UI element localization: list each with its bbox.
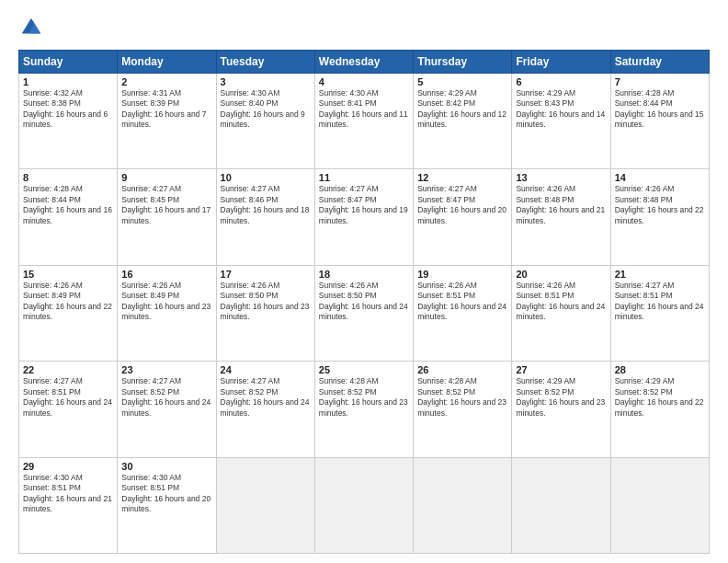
day-cell: 25Sunrise: 4:28 AMSunset: 8:52 PMDayligh…	[314, 362, 413, 457]
day-cell: 24Sunrise: 4:27 AMSunset: 8:52 PMDayligh…	[216, 362, 314, 457]
day-info: Sunrise: 4:28 AMSunset: 8:52 PMDaylight:…	[319, 376, 409, 419]
logo-icon	[18, 15, 44, 40]
day-number: 24	[221, 364, 311, 375]
week-row-5: 29Sunrise: 4:30 AMSunset: 8:51 PMDayligh…	[19, 457, 710, 553]
day-number: 16	[121, 269, 211, 280]
day-number: 1	[23, 76, 113, 87]
day-info: Sunrise: 4:28 AMSunset: 8:44 PMDaylight:…	[23, 184, 113, 226]
day-number: 15	[23, 269, 113, 280]
day-info: Sunrise: 4:29 AMSunset: 8:52 PMDaylight:…	[615, 376, 705, 419]
day-info: Sunrise: 4:26 AMSunset: 8:48 PMDaylight:…	[516, 184, 606, 226]
day-number: 28	[615, 364, 705, 375]
day-info: Sunrise: 4:27 AMSunset: 8:47 PMDaylight:…	[319, 184, 409, 226]
page: SundayMondayTuesdayWednesdayThursdayFrid…	[0, 0, 728, 563]
day-cell: 3Sunrise: 4:30 AMSunset: 8:40 PMDaylight…	[216, 74, 314, 169]
day-cell: 5Sunrise: 4:29 AMSunset: 8:42 PMDaylight…	[414, 74, 512, 169]
day-info: Sunrise: 4:27 AMSunset: 8:51 PMDaylight:…	[615, 281, 705, 323]
day-number: 10	[221, 172, 311, 183]
col-header-sunday: Sunday	[19, 51, 118, 74]
day-cell: 2Sunrise: 4:31 AMSunset: 8:39 PMDaylight…	[118, 74, 216, 169]
day-cell: 26Sunrise: 4:28 AMSunset: 8:52 PMDayligh…	[414, 362, 512, 457]
day-cell: 16Sunrise: 4:26 AMSunset: 8:49 PMDayligh…	[118, 265, 216, 361]
day-cell: 27Sunrise: 4:29 AMSunset: 8:52 PMDayligh…	[512, 362, 610, 457]
day-number: 27	[516, 364, 606, 375]
day-info: Sunrise: 4:31 AMSunset: 8:39 PMDaylight:…	[121, 88, 211, 131]
day-info: Sunrise: 4:26 AMSunset: 8:51 PMDaylight:…	[516, 281, 606, 323]
day-cell: 21Sunrise: 4:27 AMSunset: 8:51 PMDayligh…	[610, 265, 709, 361]
day-info: Sunrise: 4:30 AMSunset: 8:40 PMDaylight:…	[221, 88, 311, 131]
header	[18, 15, 710, 40]
day-info: Sunrise: 4:30 AMSunset: 8:51 PMDaylight:…	[121, 473, 211, 515]
day-cell: 15Sunrise: 4:26 AMSunset: 8:49 PMDayligh…	[19, 265, 118, 361]
day-number: 7	[615, 76, 705, 87]
day-info: Sunrise: 4:26 AMSunset: 8:50 PMDaylight:…	[221, 281, 311, 323]
day-cell: 6Sunrise: 4:29 AMSunset: 8:43 PMDaylight…	[512, 74, 610, 169]
day-number: 2	[121, 76, 211, 87]
day-info: Sunrise: 4:27 AMSunset: 8:51 PMDaylight:…	[23, 376, 113, 419]
week-row-2: 8Sunrise: 4:28 AMSunset: 8:44 PMDaylight…	[19, 169, 710, 265]
day-info: Sunrise: 4:27 AMSunset: 8:52 PMDaylight:…	[121, 376, 211, 419]
col-header-friday: Friday	[512, 51, 610, 74]
week-row-4: 22Sunrise: 4:27 AMSunset: 8:51 PMDayligh…	[19, 362, 710, 457]
day-number: 18	[319, 269, 409, 280]
day-cell: 19Sunrise: 4:26 AMSunset: 8:51 PMDayligh…	[414, 265, 512, 361]
week-row-1: 1Sunrise: 4:32 AMSunset: 8:38 PMDaylight…	[19, 74, 710, 169]
week-row-3: 15Sunrise: 4:26 AMSunset: 8:49 PMDayligh…	[19, 265, 710, 361]
day-cell: 1Sunrise: 4:32 AMSunset: 8:38 PMDaylight…	[19, 74, 118, 169]
day-cell: 10Sunrise: 4:27 AMSunset: 8:46 PMDayligh…	[216, 169, 314, 265]
day-cell	[512, 457, 610, 553]
day-info: Sunrise: 4:29 AMSunset: 8:52 PMDaylight:…	[516, 376, 606, 419]
day-number: 22	[23, 364, 113, 375]
day-info: Sunrise: 4:29 AMSunset: 8:43 PMDaylight:…	[516, 88, 606, 131]
day-cell: 12Sunrise: 4:27 AMSunset: 8:47 PMDayligh…	[414, 169, 512, 265]
day-number: 23	[121, 364, 211, 375]
day-number: 12	[417, 172, 507, 183]
day-cell: 14Sunrise: 4:26 AMSunset: 8:48 PMDayligh…	[610, 169, 709, 265]
day-info: Sunrise: 4:27 AMSunset: 8:45 PMDaylight:…	[121, 184, 211, 226]
day-cell: 28Sunrise: 4:29 AMSunset: 8:52 PMDayligh…	[610, 362, 709, 457]
day-number: 13	[516, 172, 606, 183]
day-number: 3	[221, 76, 311, 87]
day-number: 30	[121, 461, 211, 472]
day-info: Sunrise: 4:29 AMSunset: 8:42 PMDaylight:…	[417, 88, 507, 131]
day-info: Sunrise: 4:28 AMSunset: 8:44 PMDaylight:…	[615, 88, 705, 131]
day-info: Sunrise: 4:32 AMSunset: 8:38 PMDaylight:…	[23, 88, 113, 131]
col-header-saturday: Saturday	[610, 51, 709, 74]
day-number: 17	[221, 269, 311, 280]
day-cell: 18Sunrise: 4:26 AMSunset: 8:50 PMDayligh…	[314, 265, 413, 361]
day-number: 9	[121, 172, 211, 183]
day-info: Sunrise: 4:27 AMSunset: 8:47 PMDaylight:…	[417, 184, 507, 226]
logo	[18, 15, 48, 40]
day-number: 14	[615, 172, 705, 183]
day-number: 6	[516, 76, 606, 87]
col-header-thursday: Thursday	[414, 51, 512, 74]
day-cell	[216, 457, 314, 553]
day-cell: 17Sunrise: 4:26 AMSunset: 8:50 PMDayligh…	[216, 265, 314, 361]
day-number: 29	[23, 461, 113, 472]
day-info: Sunrise: 4:26 AMSunset: 8:50 PMDaylight:…	[319, 281, 409, 323]
day-number: 26	[417, 364, 507, 375]
day-cell: 11Sunrise: 4:27 AMSunset: 8:47 PMDayligh…	[314, 169, 413, 265]
day-info: Sunrise: 4:26 AMSunset: 8:49 PMDaylight:…	[23, 281, 113, 323]
day-cell	[314, 457, 413, 553]
day-cell: 23Sunrise: 4:27 AMSunset: 8:52 PMDayligh…	[118, 362, 216, 457]
day-info: Sunrise: 4:26 AMSunset: 8:51 PMDaylight:…	[417, 281, 507, 323]
day-cell: 30Sunrise: 4:30 AMSunset: 8:51 PMDayligh…	[118, 457, 216, 553]
day-cell: 13Sunrise: 4:26 AMSunset: 8:48 PMDayligh…	[512, 169, 610, 265]
day-info: Sunrise: 4:30 AMSunset: 8:51 PMDaylight:…	[23, 473, 113, 515]
day-info: Sunrise: 4:30 AMSunset: 8:41 PMDaylight:…	[319, 88, 409, 131]
day-number: 5	[417, 76, 507, 87]
day-cell: 29Sunrise: 4:30 AMSunset: 8:51 PMDayligh…	[19, 457, 118, 553]
day-info: Sunrise: 4:26 AMSunset: 8:49 PMDaylight:…	[121, 281, 211, 323]
day-info: Sunrise: 4:26 AMSunset: 8:48 PMDaylight:…	[615, 184, 705, 226]
day-number: 11	[319, 172, 409, 183]
day-number: 8	[23, 172, 113, 183]
col-header-wednesday: Wednesday	[314, 51, 413, 74]
day-cell: 9Sunrise: 4:27 AMSunset: 8:45 PMDaylight…	[118, 169, 216, 265]
day-cell: 22Sunrise: 4:27 AMSunset: 8:51 PMDayligh…	[19, 362, 118, 457]
day-cell: 8Sunrise: 4:28 AMSunset: 8:44 PMDaylight…	[19, 169, 118, 265]
calendar-table: SundayMondayTuesdayWednesdayThursdayFrid…	[18, 50, 710, 554]
calendar-header-row: SundayMondayTuesdayWednesdayThursdayFrid…	[19, 51, 710, 74]
day-cell	[414, 457, 512, 553]
day-number: 19	[417, 269, 507, 280]
